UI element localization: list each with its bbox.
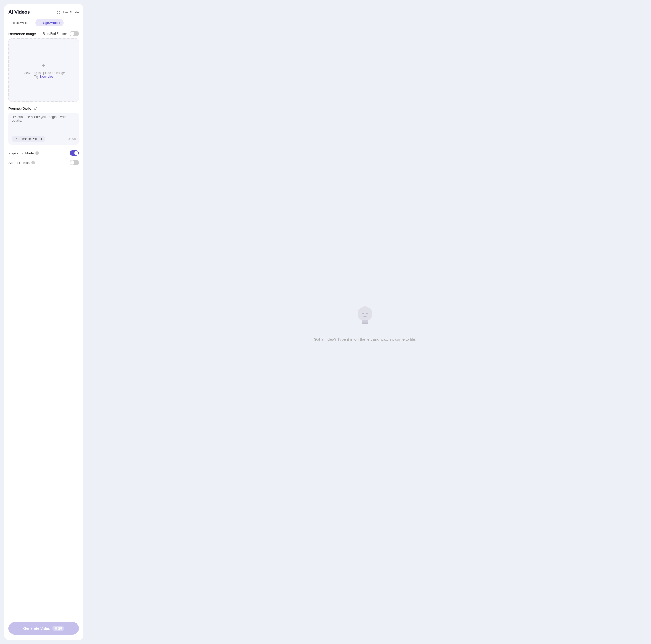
coin-icon: ◎	[55, 626, 57, 630]
tab-bar: Text2Video Image2Video	[8, 19, 79, 26]
sparkle-icon: ✦	[15, 137, 18, 141]
start-end-label: Start/End Frames	[43, 32, 67, 36]
sidebar-header: AI Videos User Guide	[8, 9, 79, 15]
user-guide-button[interactable]: User Guide	[56, 10, 79, 14]
credit-amount: 10	[58, 626, 62, 630]
reference-image-section-header: Reference Image Start/End Frames	[8, 31, 79, 36]
upload-hint-text: Click/Drag to upload an image Try Exampl…	[23, 71, 65, 79]
svg-rect-2	[57, 13, 58, 14]
svg-rect-3	[59, 13, 60, 14]
lightbulb-icon	[352, 303, 378, 332]
inspiration-mode-label: Inspiration Mode	[8, 151, 34, 155]
prompt-textarea[interactable]	[11, 115, 76, 134]
inspiration-mode-toggle[interactable]	[69, 150, 79, 156]
enhance-prompt-button[interactable]: ✦ Enhance Prompt	[11, 136, 45, 142]
tab-image2video[interactable]: Image2Video	[35, 19, 64, 26]
svg-rect-0	[57, 10, 58, 12]
grid-icon	[56, 10, 61, 14]
prompt-footer: ✦ Enhance Prompt 0/800	[11, 136, 76, 142]
empty-state-message: Got an idea? Type it in on the left and …	[314, 337, 416, 342]
empty-state: Got an idea? Type it in on the left and …	[314, 303, 416, 342]
reference-image-label: Reference Image	[8, 32, 36, 36]
svg-rect-7	[362, 323, 368, 324]
svg-point-8	[362, 313, 364, 314]
sound-effects-label-group: Sound Effects i	[8, 161, 35, 165]
char-count: 0/800	[68, 137, 76, 141]
svg-point-4	[358, 306, 372, 321]
tab-text2video[interactable]: Text2Video	[8, 19, 34, 26]
generate-video-label: Generate Video	[24, 626, 50, 631]
sound-effects-label: Sound Effects	[8, 161, 30, 165]
prompt-box: ✦ Enhance Prompt 0/800	[8, 113, 79, 145]
credit-badge: ◎ 10	[53, 626, 64, 631]
svg-point-9	[366, 313, 368, 314]
sound-effects-toggle[interactable]	[69, 160, 79, 165]
main-content: Got an idea? Type it in on the left and …	[83, 4, 647, 640]
enhance-prompt-label: Enhance Prompt	[19, 137, 42, 141]
user-guide-label: User Guide	[62, 10, 79, 14]
prompt-label: Prompt (Optional)	[8, 107, 79, 110]
inspiration-mode-label-group: Inspiration Mode i	[8, 151, 39, 155]
upload-plus-icon: +	[42, 62, 45, 69]
examples-link[interactable]: Examples	[39, 75, 54, 79]
inspiration-mode-info-icon[interactable]: i	[35, 151, 39, 155]
sound-effects-info-icon[interactable]: i	[31, 161, 35, 165]
start-end-toggle[interactable]	[69, 31, 79, 36]
generate-video-button[interactable]: Generate Video ◎ 10	[8, 622, 79, 635]
inspiration-mode-row: Inspiration Mode i	[8, 148, 79, 158]
sound-effects-row: Sound Effects i	[8, 158, 79, 167]
app-title: AI Videos	[8, 9, 30, 15]
start-end-toggle-wrapper: Start/End Frames	[43, 31, 79, 36]
svg-rect-1	[59, 10, 60, 12]
image-upload-area[interactable]: + Click/Drag to upload an image Try Exam…	[8, 38, 79, 102]
empty-state-illustration	[352, 303, 378, 332]
sidebar: AI Videos User Guide Text2Video Image2Vi…	[4, 4, 83, 640]
